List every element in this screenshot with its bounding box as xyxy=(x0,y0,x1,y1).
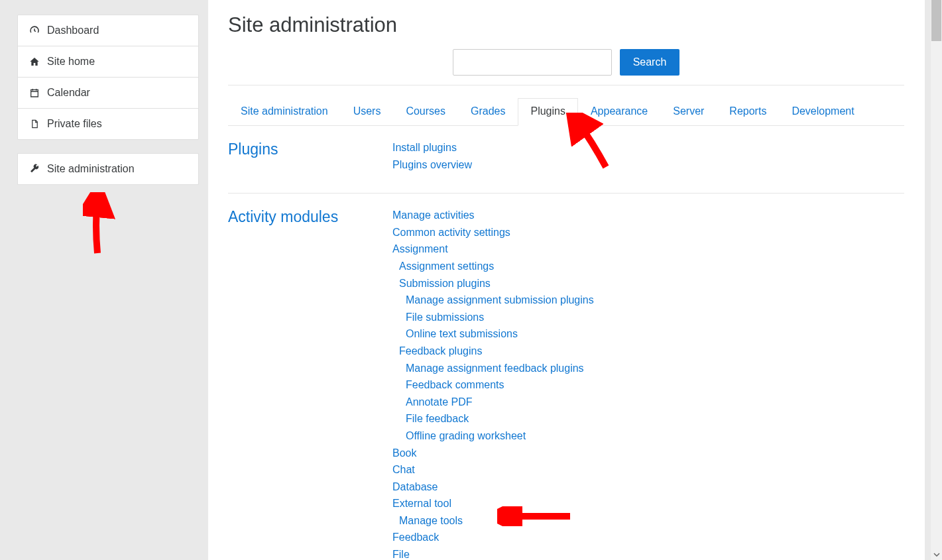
link-external-tool[interactable]: External tool xyxy=(392,498,451,509)
link-feedback-plugins[interactable]: Feedback plugins xyxy=(399,345,482,357)
scrollbar-thumb[interactable] xyxy=(931,0,941,41)
sidebar: DashboardSite homeCalendarPrivate files … xyxy=(0,0,208,560)
scrollbar-track[interactable] xyxy=(931,0,942,549)
section-title: Plugins xyxy=(228,139,392,173)
section-links: Manage activitiesCommon activity setting… xyxy=(392,207,904,560)
nav-item-label: Site home xyxy=(47,56,95,68)
link-offline-grading-worksheet[interactable]: Offline grading worksheet xyxy=(406,430,526,441)
tab-server[interactable]: Server xyxy=(660,98,717,126)
link-feedback[interactable]: Feedback xyxy=(392,532,439,543)
link-chat[interactable]: Chat xyxy=(392,464,415,475)
link-file-submissions[interactable]: File submissions xyxy=(406,311,484,323)
link-manage-activities[interactable]: Manage activities xyxy=(392,209,475,221)
main-content: Site administration Search Site administ… xyxy=(208,0,925,560)
tab-grades[interactable]: Grades xyxy=(458,98,518,126)
section-activity-modules: Activity modulesManage activitiesCommon … xyxy=(228,194,904,560)
nav-dashboard[interactable]: Dashboard xyxy=(18,15,198,46)
link-assignment[interactable]: Assignment xyxy=(392,243,448,254)
search-button[interactable]: Search xyxy=(620,49,680,76)
link-feedback-comments[interactable]: Feedback comments xyxy=(406,379,504,390)
tab-users[interactable]: Users xyxy=(341,98,394,126)
tab-site-administration[interactable]: Site administration xyxy=(228,98,341,126)
link-book[interactable]: Book xyxy=(392,447,416,459)
nav-block-main: DashboardSite homeCalendarPrivate files xyxy=(17,15,199,140)
search-row: Search xyxy=(228,49,904,76)
link-file-feedback[interactable]: File feedback xyxy=(406,413,469,424)
nav-private-files[interactable]: Private files xyxy=(18,109,198,139)
divider xyxy=(228,85,904,85)
page-title: Site administration xyxy=(228,13,904,37)
home-icon xyxy=(27,56,42,67)
admin-tabs: Site administrationUsersCoursesGradesPlu… xyxy=(228,97,904,126)
section-plugins: PluginsInstall pluginsPlugins overview xyxy=(228,126,904,194)
tab-courses[interactable]: Courses xyxy=(393,98,458,126)
link-manage-tools[interactable]: Manage tools xyxy=(399,515,463,526)
tab-appearance[interactable]: Appearance xyxy=(578,98,660,126)
link-database[interactable]: Database xyxy=(392,481,438,492)
search-input[interactable] xyxy=(453,49,612,76)
link-manage-assignment-submission-plugins[interactable]: Manage assignment submission plugins xyxy=(406,294,594,306)
link-install-plugins[interactable]: Install plugins xyxy=(392,142,457,153)
wrench-icon xyxy=(27,164,42,174)
link-manage-assignment-feedback-plugins[interactable]: Manage assignment feedback plugins xyxy=(406,363,584,374)
nav-site-home[interactable]: Site home xyxy=(18,46,198,78)
nav-block-admin: Site administration xyxy=(17,153,199,185)
link-online-text-submissions[interactable]: Online text submissions xyxy=(406,328,518,339)
link-assignment-settings[interactable]: Assignment settings xyxy=(399,260,494,272)
nav-calendar[interactable]: Calendar xyxy=(18,78,198,109)
file-icon xyxy=(27,119,42,129)
nav-item-label: Calendar xyxy=(47,87,90,99)
link-submission-plugins[interactable]: Submission plugins xyxy=(399,278,491,289)
tab-reports[interactable]: Reports xyxy=(717,98,779,126)
link-common-activity-settings[interactable]: Common activity settings xyxy=(392,227,510,238)
tab-development[interactable]: Development xyxy=(779,98,866,126)
nav-site-administration[interactable]: Site administration xyxy=(18,154,198,184)
section-title: Activity modules xyxy=(228,207,392,560)
tab-plugins[interactable]: Plugins xyxy=(518,98,577,126)
link-file[interactable]: File xyxy=(392,549,410,560)
section-links: Install pluginsPlugins overview xyxy=(392,139,904,173)
tachometer-icon xyxy=(27,25,42,36)
link-annotate-pdf[interactable]: Annotate PDF xyxy=(406,396,473,408)
nav-item-label: Dashboard xyxy=(47,25,99,36)
nav-item-label: Site administration xyxy=(47,163,135,175)
link-plugins-overview[interactable]: Plugins overview xyxy=(392,159,472,170)
calendar-icon xyxy=(27,87,42,98)
nav-item-label: Private files xyxy=(47,118,102,130)
scrollbar-down-icon[interactable] xyxy=(931,549,942,560)
